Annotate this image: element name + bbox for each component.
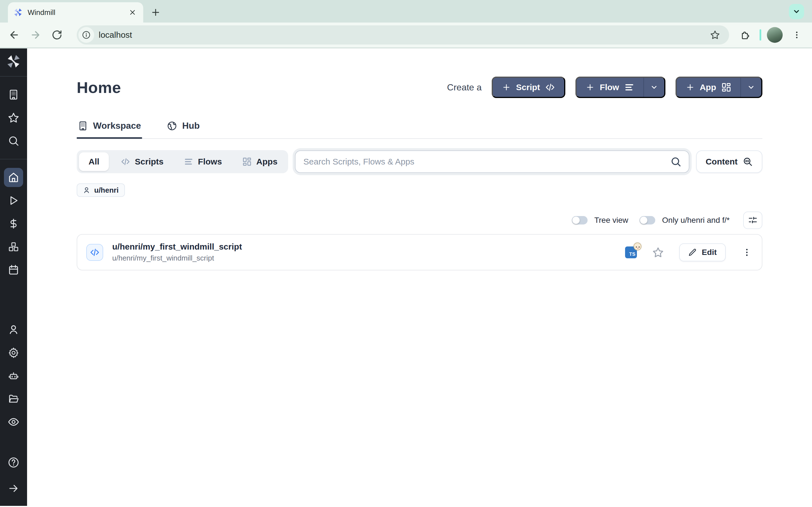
- sidebar-item-favorites-star-icon[interactable]: [4, 108, 23, 127]
- tree-view-toggle[interactable]: [572, 216, 588, 224]
- user-icon: [83, 186, 90, 194]
- bun-runtime-icon: [633, 242, 642, 250]
- script-code-icon: [86, 244, 103, 261]
- create-a-label: Create a: [447, 82, 482, 93]
- forward-icon[interactable]: [26, 25, 45, 45]
- only-owner-label: Only u/henri and f/*: [662, 216, 730, 225]
- list-item[interactable]: u/henri/my_first_windmill_script u/henri…: [77, 235, 762, 270]
- favorite-star-icon[interactable]: [652, 246, 664, 258]
- page-title: Home: [77, 78, 121, 97]
- sidebar-item-workers-robot-icon[interactable]: [4, 366, 23, 385]
- typescript-bun-badge: TS: [625, 246, 637, 258]
- browser-toolbar: localhost: [0, 22, 812, 48]
- profile-avatar[interactable]: [767, 27, 783, 43]
- create-app-button[interactable]: App: [675, 76, 762, 98]
- windmill-logo-icon[interactable]: [6, 54, 21, 69]
- code-icon: [545, 82, 555, 93]
- tab-close-icon[interactable]: [128, 7, 138, 17]
- sidebar-divider: [0, 159, 27, 159]
- site-info-icon[interactable]: [79, 27, 94, 43]
- filter-flows[interactable]: Flows: [175, 152, 231, 171]
- items-list: u/henri/my_first_windmill_script u/henri…: [77, 234, 762, 270]
- pencil-icon: [688, 248, 697, 257]
- sidebar-item-settings-gear-icon[interactable]: [4, 343, 23, 362]
- item-actions: TS Edit: [625, 243, 753, 262]
- item-path: u/henri/my_first_windmill_script: [112, 254, 242, 263]
- new-tab-icon[interactable]: [148, 4, 163, 20]
- item-name[interactable]: u/henri/my_first_windmill_script: [112, 242, 242, 251]
- workspace-hub-tabs: Workspace Hub: [77, 121, 762, 139]
- browser-tab[interactable]: Windmill: [8, 2, 143, 22]
- app-dashboard-icon: [242, 157, 252, 166]
- sidebar-workspace-group: [4, 85, 23, 151]
- address-bar[interactable]: localhost: [77, 25, 729, 45]
- code-icon: [121, 157, 130, 166]
- bookmark-star-icon[interactable]: [707, 30, 723, 40]
- sidebar-item-variables-dollar-icon[interactable]: [4, 214, 23, 233]
- sidebar-item-schedules-calendar-icon[interactable]: [4, 260, 23, 279]
- content-button-label: Content: [706, 157, 738, 166]
- filter-row: All Scripts Flows: [77, 150, 762, 173]
- create-flow-button[interactable]: Flow: [575, 76, 665, 98]
- sidebar-item-resources-cubes-icon[interactable]: [4, 237, 23, 256]
- create-script-label: Script: [516, 82, 540, 92]
- create-script-button[interactable]: Script: [492, 76, 565, 98]
- browser-menu-kebab-icon[interactable]: [788, 26, 805, 43]
- reload-icon[interactable]: [47, 25, 66, 45]
- plus-icon: [502, 83, 511, 92]
- search-wrap: [295, 151, 689, 173]
- windmill-favicon: [13, 8, 22, 17]
- display-settings-sliders-icon[interactable]: [743, 212, 762, 229]
- browser-tab-bar: Windmill: [0, 0, 812, 22]
- sidebar-item-help-question-icon[interactable]: [4, 453, 23, 472]
- sidebar-item-users-person-icon[interactable]: [4, 320, 23, 339]
- only-owner-toggle[interactable]: [640, 216, 655, 224]
- url-text[interactable]: localhost: [99, 30, 702, 40]
- filter-flows-label: Flows: [198, 157, 222, 166]
- owner-badge-label: u/henri: [94, 186, 119, 194]
- tab-search-chevron-icon[interactable]: [789, 4, 804, 19]
- item-menu-kebab-icon[interactable]: [741, 246, 753, 258]
- view-options-row: Tree view Only u/henri and f/*: [77, 212, 762, 229]
- create-flow-label: Flow: [600, 82, 619, 92]
- workspace-building-icon: [78, 121, 88, 131]
- sidebar-item-search-icon[interactable]: [4, 131, 23, 151]
- filter-scripts-label: Scripts: [135, 157, 163, 166]
- main-content: Home Create a Script: [27, 48, 812, 506]
- toggle-knob: [572, 217, 580, 224]
- filter-apps-label: Apps: [256, 157, 277, 166]
- extensions-puzzle-icon[interactable]: [737, 26, 754, 43]
- app-sidebar: [0, 48, 27, 506]
- tab-workspace[interactable]: Workspace: [77, 121, 142, 138]
- app-dropdown-chevron-icon[interactable]: [741, 76, 761, 98]
- flow-bars-icon: [184, 157, 193, 166]
- sidebar-item-audit-eye-icon[interactable]: [4, 412, 23, 432]
- filter-all[interactable]: All: [79, 152, 109, 171]
- sidebar-item-home-icon[interactable]: [4, 168, 23, 187]
- sidebar-footer-group: [4, 453, 23, 498]
- kind-filter-pills: All Scripts Flows: [77, 150, 288, 173]
- tree-view-label: Tree view: [594, 216, 628, 225]
- filter-scripts[interactable]: Scripts: [112, 152, 172, 171]
- back-icon[interactable]: [4, 25, 24, 45]
- sidebar-item-folders-folder-icon[interactable]: [4, 389, 23, 408]
- sidebar-main-group: [4, 168, 23, 279]
- tab-hub[interactable]: Hub: [166, 121, 201, 138]
- sidebar-item-runs-play-icon[interactable]: [4, 191, 23, 210]
- content-search-button[interactable]: Content: [696, 151, 762, 173]
- sidebar-item-workspace[interactable]: [4, 85, 23, 104]
- edit-button-label: Edit: [702, 248, 717, 257]
- filter-all-label: All: [89, 157, 99, 166]
- sidebar-expand-arrow-icon[interactable]: [4, 479, 23, 498]
- edit-button[interactable]: Edit: [679, 243, 726, 262]
- search-input[interactable]: [295, 151, 689, 173]
- flow-dropdown-chevron-icon[interactable]: [644, 76, 664, 98]
- create-app-label: App: [700, 82, 716, 92]
- owner-filter-badge[interactable]: u/henri: [77, 183, 125, 197]
- filter-apps[interactable]: Apps: [234, 152, 286, 171]
- hub-globe-icon: [167, 121, 177, 131]
- create-cluster: Create a Script: [447, 76, 762, 98]
- tab-hub-label: Hub: [182, 121, 200, 131]
- tab-workspace-label: Workspace: [93, 121, 141, 131]
- toggle-knob: [640, 217, 647, 224]
